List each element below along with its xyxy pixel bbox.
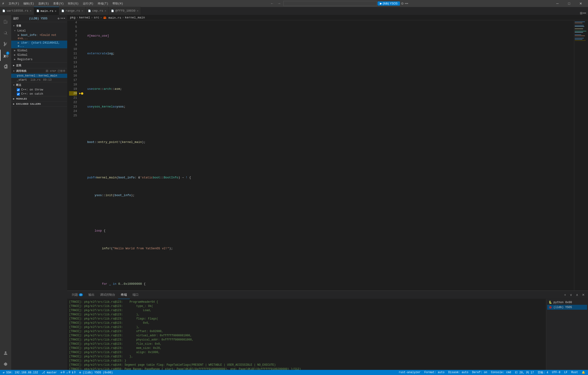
tab-close-addr[interactable]: ✕ [137,9,138,13]
status-language-id[interactable]: rust-analyzer [398,371,422,374]
status-console[interactable]: Console: cmd [490,371,512,374]
status-disasm[interactable]: Disasm: auto [447,371,469,374]
status-deref[interactable]: Deref: on [471,371,488,374]
tab-close-main[interactable]: ✕ [55,9,56,13]
activity-explorer[interactable] [0,16,11,27]
panel-tab-problems[interactable]: 问题 3 [69,291,86,299]
code-line-5: extern crate log; [87,51,574,56]
tab-label-cmp: cmp.rs [92,9,103,13]
editor-more[interactable]: ••• [583,11,586,15]
status-line-ending[interactable]: LF [563,371,568,374]
panel-tab-output[interactable]: 输出 [86,291,97,299]
tab-main[interactable]: 📄 main.rs ✕ [34,7,59,15]
panel-tab-ports-label: 端口 [133,293,139,297]
activity-source-control[interactable] [0,39,11,50]
breakpoint-catch[interactable]: C++: on catch [11,92,67,96]
nav-back[interactable]: ← [269,1,275,6]
breakpoint-throw-checkbox[interactable] [17,88,20,91]
debug-config[interactable]: ⚙ [401,2,404,5]
breakpoint-throw[interactable]: C++: on throw [11,88,67,92]
breakpoints-header[interactable]: ▾ 断点 [11,82,67,88]
menu-file[interactable]: 文件(F) [7,1,21,6]
activity-avatar[interactable] [0,347,11,359]
window-maximize[interactable]: □ [564,0,575,7]
panel-close[interactable]: ✕ [580,293,586,297]
panel-add[interactable]: + [563,293,567,297]
search-input[interactable] [283,1,377,6]
status-branch[interactable]: ⎇ master [41,371,58,374]
code-line-13: ysos::init(boot_info); [87,193,574,198]
panel-tab-output-label: 输出 [88,293,94,297]
activity-settings[interactable] [0,359,11,370]
editor-split[interactable]: ⊞ [580,11,583,15]
debug-more[interactable]: ••• [405,2,408,5]
sidebar-run-more[interactable]: ••• [60,17,65,20]
tab-close-cmp[interactable]: ✕ [105,9,106,13]
tab-close-uart[interactable]: ✕ [30,9,32,13]
menu-goto[interactable]: 转到(G) [66,1,81,6]
status-ssh[interactable]: ⇄ SSH: 192.168.88.132 [2,371,39,374]
local-group-header[interactable]: ▾ Local [11,29,67,33]
watch-header[interactable]: ▶ 监视 [11,63,67,68]
tab-close-range[interactable]: ✕ [81,9,83,13]
menu-select[interactable]: 选择(S) [36,1,51,6]
activity-debug[interactable]: 1 [0,50,11,61]
menu-terminal[interactable]: 终端(T) [96,1,110,6]
panel-chevron-down[interactable]: ∨ [568,293,574,297]
activity-extensions[interactable] [0,61,11,72]
breakpoint-catch-checkbox[interactable] [17,92,20,96]
static-group-header[interactable]: ▶ Global [11,48,67,53]
breadcrumb-kernel[interactable]: kernel [79,16,90,19]
sidebar-run-header[interactable]: 运行 (lldb) YSOS ⚙ ••• [11,15,67,22]
status-bell[interactable]: 🔔 [581,371,586,374]
status-line-col[interactable]: 行 20, 列 17 [514,371,535,375]
run-button[interactable]: ▶ (lldb) YSOS [378,1,400,6]
status-format[interactable]: Format: auto [423,371,445,374]
menu-edit[interactable]: 编辑(E) [21,1,36,6]
svg-point-0 [5,351,6,353]
tab-icon-uart: 📄 [2,10,5,12]
tab-cmp[interactable]: 📄 cmp.rs ✕ [86,7,109,15]
frame-kernel-main[interactable]: ysos_kernel::kernel_main [11,74,67,78]
sidebar-run-config[interactable]: ⚙ [58,17,59,20]
activity-search[interactable] [0,27,11,39]
panel-tab-ports[interactable]: 端口 [130,291,141,299]
menu-view[interactable]: 查看(V) [51,1,66,6]
window-close[interactable]: ✕ [575,0,586,7]
global-group-header[interactable]: ▶ Global [11,53,67,57]
window-minimize[interactable]: ─ [552,0,563,7]
tab-range[interactable]: 📄 range.rs ✕ [59,7,86,15]
frame-start[interactable]: _start lib.rs 89:13 [11,78,67,82]
breadcrumb-src[interactable]: src [94,16,99,19]
status-spaces[interactable]: 空格: 4 [537,371,549,375]
terminal-content[interactable]: [TRACE]: pkg/elf/src/lib.rs@123: Program… [67,299,546,370]
call-stack-header[interactable]: ▾ 调用堆栈 因 step 已暂停 [11,68,67,74]
menu-run[interactable]: 运行(R) [81,1,95,6]
panel-tab-debug-console[interactable]: 调试控制台 [97,291,118,299]
tab-addr[interactable]: 📄 @fff0_10030 ✕ [109,7,141,15]
code-editor[interactable]: #[macro_use] extern crate log; use core:… [84,20,574,291]
panel-tab-terminal[interactable]: 终端 [118,291,130,299]
boot-info-item[interactable]: ▶ boot_info: <Could not eva... [11,33,67,41]
excluded-callers-header[interactable]: ▶ EXCLUDED CALLERS [11,101,67,106]
menu-help[interactable]: 帮助(H) [111,1,125,6]
tab-uart[interactable]: 📄 uart16550.rs ✕ [0,7,34,15]
frame-name-0: ysos_kernel::kernel_main [17,74,57,77]
activity-bar: 1 [0,15,11,370]
lldb-terminal-item[interactable]: 🐞 (lldb) YSOS [547,305,587,310]
variables-header[interactable]: ▾ 变量 [11,23,67,29]
breadcrumb-pkg[interactable]: pkg [70,16,75,19]
breadcrumb-mainrs[interactable]: 🦀 main.rs [103,16,121,20]
status-errors[interactable]: ⊘ 0 ⚠ 0 ℹ 3 [60,371,76,374]
status-encoding[interactable]: UTF-8 [551,371,561,374]
python-terminal-item[interactable]: 🐍 python 0x00 [547,300,587,305]
panel-chevron-up[interactable]: ∧ [575,293,580,297]
tab-label-main: main.rs [41,9,53,13]
status-language[interactable]: Rust [570,371,579,374]
status-debugger[interactable]: ⚙ (lldb) YSOS (0x00) [78,371,114,374]
nav-forward[interactable]: → [276,1,282,6]
breadcrumb-kernel-main[interactable]: kernel_main [125,16,145,19]
iter-item[interactable]: ▶ iter: {start:241146412, e... [11,41,67,48]
modules-header[interactable]: ▶ MODULES [11,96,67,101]
registers-group-header[interactable]: ▶ Registers [11,57,67,61]
